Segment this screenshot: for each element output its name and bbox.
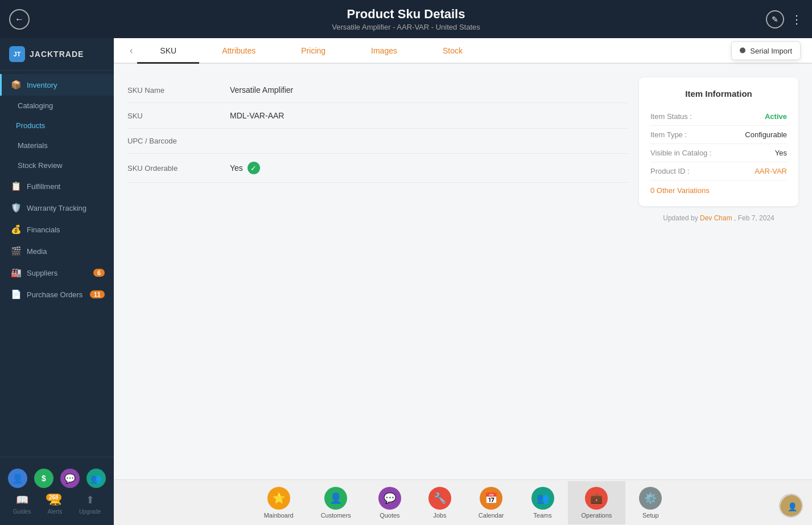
- sidebar-item-label-financials: Financials: [27, 225, 60, 234]
- customers-icon: 👤: [324, 487, 347, 510]
- avatar-team[interactable]: 👥: [86, 469, 106, 488]
- alerts-label: Alerts: [48, 508, 63, 515]
- mainboard-label: Mainboard: [264, 512, 294, 519]
- purchase-orders-badge: 11: [90, 290, 105, 298]
- sidebar-item-financials[interactable]: 💰 Financials: [0, 219, 114, 240]
- bottom-nav-alerts[interactable]: 🔔268 Alerts: [44, 490, 66, 518]
- logo-text: JACKTRADE: [30, 50, 84, 59]
- suppliers-icon: 🏭: [11, 268, 21, 278]
- form-row-sku: SKU MDL-VAR-AAR: [127, 103, 628, 129]
- app-bar-quotes[interactable]: 💬 Quotes: [365, 481, 415, 524]
- tab-prev-button[interactable]: ‹: [125, 39, 137, 63]
- info-row-status: Item Status : Active: [650, 108, 787, 126]
- type-value: Configurable: [745, 130, 787, 139]
- edit-button[interactable]: ✎: [766, 10, 784, 28]
- tab-attributes[interactable]: Attributes: [199, 38, 278, 64]
- sidebar-item-stock-review[interactable]: Stock Review: [0, 155, 114, 175]
- status-key: Item Status :: [650, 112, 692, 121]
- bottom-nav-items: 📖 Guides 🔔268 Alerts ⬆ Upgrade: [0, 490, 114, 518]
- tab-stock[interactable]: Stock: [420, 38, 485, 64]
- calendar-label: Calendar: [479, 512, 504, 519]
- app-bar: ⭐ Mainboard 👤 Customers 💬 Quotes 🔧 Jobs …: [114, 479, 812, 525]
- content-area: ‹ SKU Attributes Pricing Images Stock Se…: [114, 38, 812, 525]
- avatar-placeholder: 👤: [780, 495, 803, 518]
- sidebar-item-label-purchase-orders: Purchase Orders: [27, 290, 83, 299]
- status-value: Active: [765, 112, 787, 121]
- updated-author: Dev Cham: [700, 214, 732, 222]
- page-title: Product Sku Details: [34, 7, 778, 22]
- jobs-label: Jobs: [433, 512, 446, 519]
- sidebar-section-main: 📦 Inventory Cataloging Products Material…: [0, 71, 114, 309]
- orderable-value: Yes ✓: [230, 162, 260, 174]
- main-content: SKU Name Versatile Amplifier SKU MDL-VAR…: [114, 64, 812, 479]
- sidebar-item-label-products: Products: [16, 121, 45, 130]
- sidebar-item-products[interactable]: Products: [0, 116, 114, 136]
- visible-value: Yes: [775, 149, 787, 157]
- app-bar-setup[interactable]: ⚙️ Setup: [625, 481, 675, 524]
- serial-import-tooltip[interactable]: Serial Import: [731, 41, 801, 60]
- operations-icon: 💼: [585, 487, 608, 510]
- app-bar-mainboard[interactable]: ⭐ Mainboard: [250, 481, 307, 524]
- bottom-nav-guides[interactable]: 📖 Guides: [10, 490, 35, 518]
- bottom-nav-upgrade[interactable]: ⬆ Upgrade: [76, 490, 104, 518]
- app-bar-teams[interactable]: 👥 Teams: [518, 481, 568, 524]
- media-icon: 🎬: [11, 246, 21, 256]
- guides-icon: 📖: [16, 494, 28, 506]
- tab-pricing[interactable]: Pricing: [278, 38, 348, 64]
- type-key: Item Type :: [650, 130, 687, 139]
- tab-images[interactable]: Images: [348, 38, 420, 64]
- sidebar-item-label-cataloging: Cataloging: [18, 101, 53, 110]
- upgrade-icon: ⬆: [86, 494, 94, 506]
- product-id-value: AAR-VAR: [755, 167, 787, 175]
- sidebar: JT JACKTRADE 📦 Inventory Cataloging Prod…: [0, 38, 114, 525]
- header-actions: ✎ ⋮: [766, 10, 803, 28]
- visible-key: Visible in Catalog :: [650, 149, 711, 157]
- serial-import-label: Serial Import: [750, 46, 792, 55]
- sidebar-item-label-media: Media: [27, 247, 47, 256]
- app-bar-operations[interactable]: 💼 Operations: [568, 481, 626, 524]
- other-variations-link[interactable]: 0 Other Variations: [650, 186, 787, 195]
- form-section: SKU Name Versatile Amplifier SKU MDL-VAR…: [127, 77, 628, 466]
- avatar-user[interactable]: 👤: [8, 469, 27, 488]
- page-subtitle: Versatile Amplifier - AAR-VAR - United S…: [34, 23, 778, 31]
- info-card: Item Information Item Status : Active It…: [639, 77, 798, 206]
- orderable-label: SKU Orderable: [127, 164, 230, 173]
- logo-icon: JT: [9, 46, 25, 62]
- sidebar-item-media[interactable]: 🎬 Media: [0, 240, 114, 262]
- quotes-label: Quotes: [380, 512, 399, 519]
- tab-sku[interactable]: SKU: [137, 38, 199, 64]
- sku-name-label: SKU Name: [127, 86, 230, 95]
- app-bar-calendar[interactable]: 📅 Calendar: [465, 481, 518, 524]
- suppliers-badge: 6: [93, 269, 105, 277]
- app-bar-jobs[interactable]: 🔧 Jobs: [415, 481, 465, 524]
- serial-dot: [740, 48, 745, 54]
- setup-label: Setup: [642, 512, 659, 519]
- quotes-icon: 💬: [378, 487, 401, 510]
- form-row-sku-name: SKU Name Versatile Amplifier: [127, 77, 628, 103]
- avatar-row: 👤 $ 💬 👥: [0, 464, 114, 490]
- sidebar-bottom: 👤 $ 💬 👥 📖 Guides 🔔268 Alerts ⬆ Upgrade: [0, 457, 114, 525]
- avatar-dollar[interactable]: $: [34, 469, 53, 488]
- main-layout: JT JACKTRADE 📦 Inventory Cataloging Prod…: [0, 38, 812, 525]
- updated-date: , Feb 7, 2024: [734, 214, 774, 222]
- more-button[interactable]: ⋮: [791, 13, 803, 26]
- sidebar-item-inventory[interactable]: 📦 Inventory: [0, 74, 114, 96]
- sidebar-item-warranty[interactable]: 🛡️ Warranty Tracking: [0, 197, 114, 219]
- sidebar-item-label-fulfillment: Fulfillment: [27, 182, 60, 191]
- top-header: ← Product Sku Details Versatile Amplifie…: [0, 0, 812, 38]
- user-avatar[interactable]: 👤: [779, 494, 803, 518]
- financials-icon: 💰: [11, 224, 21, 235]
- warranty-icon: 🛡️: [11, 203, 21, 213]
- sidebar-logo: JT JACKTRADE: [0, 38, 114, 71]
- sidebar-item-suppliers[interactable]: 🏭 Suppliers 6: [0, 262, 114, 284]
- sidebar-item-purchase-orders[interactable]: 📄 Purchase Orders 11: [0, 284, 114, 305]
- back-button[interactable]: ←: [9, 9, 30, 30]
- sidebar-item-label-warranty: Warranty Tracking: [27, 204, 86, 212]
- sidebar-item-fulfillment[interactable]: 📋 Fulfillment: [0, 175, 114, 197]
- sidebar-item-materials[interactable]: Materials: [0, 136, 114, 155]
- guides-label: Guides: [13, 508, 31, 515]
- sidebar-item-cataloging[interactable]: Cataloging: [0, 96, 114, 116]
- avatar-chat[interactable]: 💬: [60, 469, 80, 488]
- product-id-key: Product ID :: [650, 167, 690, 175]
- app-bar-customers[interactable]: 👤 Customers: [307, 481, 365, 524]
